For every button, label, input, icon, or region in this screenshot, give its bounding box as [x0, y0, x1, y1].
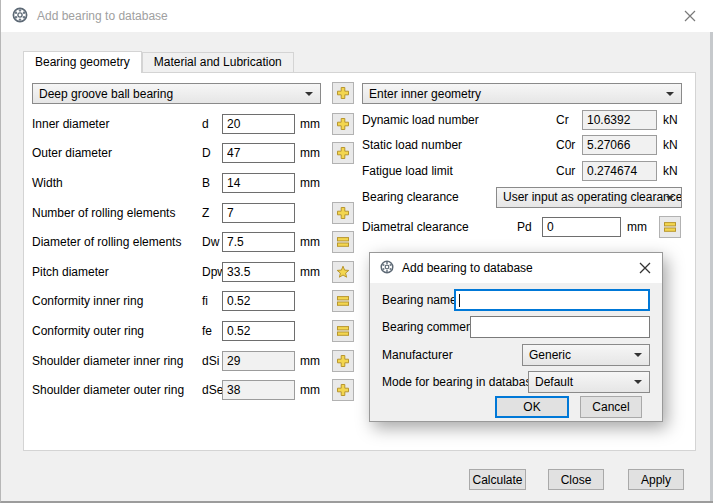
plus-icon [336, 206, 350, 220]
unit-label: mm [295, 117, 322, 131]
field-label: Conformity outer ring [32, 324, 202, 338]
input-D[interactable] [222, 143, 295, 163]
dialog-title: Add bearing to database [402, 261, 533, 275]
symbol-label: Cur [556, 164, 582, 178]
tab-bar: Bearing geometry Material and Lubricatio… [23, 51, 294, 72]
bearing-clearance-select[interactable]: User input as operating clearance [496, 187, 682, 208]
geometry-row: Shoulder diameter inner ringdSimm [32, 346, 354, 376]
field-label: Diameter of rolling elements [32, 235, 202, 249]
dropdown-icon [666, 196, 674, 200]
dialog-titlebar: Add bearing to database [370, 253, 662, 283]
db-mode-value: Default [535, 375, 573, 389]
geometry-mode-select[interactable]: Enter inner geometry [362, 83, 682, 104]
geometry-row: Conformity inner ringfi [32, 287, 354, 317]
symbol-label: B [202, 176, 222, 190]
plus-icon [336, 117, 350, 131]
symbol-label: Cr [556, 113, 582, 127]
symbol-label: D [202, 146, 222, 160]
equals-button-Dw[interactable] [332, 231, 354, 253]
plus-button-dSi[interactable] [332, 350, 354, 372]
bearing-clearance-row: Bearing clearance User input as operatin… [362, 184, 682, 210]
unit-label: mm [295, 265, 322, 279]
dropdown-icon [666, 92, 674, 96]
plus-button-D[interactable] [332, 142, 354, 164]
apply-button[interactable]: Apply [628, 469, 684, 490]
input-fe[interactable] [222, 321, 295, 341]
equals-icon [336, 235, 350, 249]
db-mode-label: Mode for bearing in database [382, 375, 538, 389]
equals-button-fi[interactable] [332, 290, 354, 312]
manufacturer-value: Generic [529, 348, 571, 362]
geometry-row: Conformity outer ringfe [32, 316, 354, 346]
star-button-Dpw[interactable] [332, 261, 354, 283]
load-output-rows: Dynamic load numberCrkNStatic load numbe… [362, 107, 682, 184]
empty-button-slot [332, 172, 354, 194]
plus-button-Z[interactable] [332, 202, 354, 224]
unit-label: mm [621, 220, 652, 234]
input-fi[interactable] [222, 291, 295, 311]
input-d[interactable] [222, 114, 295, 134]
tab-bearing-geometry[interactable]: Bearing geometry [23, 51, 142, 73]
field-label: Conformity inner ring [32, 294, 202, 308]
bearing-clearance-label: Bearing clearance [362, 190, 496, 204]
symbol-label: dSi [202, 354, 222, 368]
input-Dpw[interactable] [222, 262, 295, 282]
plus-icon [336, 354, 350, 368]
field-label: Fatigue load limit [362, 164, 556, 178]
symbol-label: Z [202, 206, 222, 220]
geometry-row: Outer diameterDmm [32, 139, 354, 169]
close-button[interactable]: Close [548, 469, 604, 490]
symbol-label: Dw [202, 235, 222, 249]
input-dSe [222, 380, 295, 400]
bearing-type-select[interactable]: Deep groove ball bearing [32, 83, 321, 104]
geometry-row: Shoulder diameter outer ringdSemm [32, 375, 354, 405]
unit-label: mm [295, 383, 322, 397]
field-label: Shoulder diameter outer ring [32, 383, 202, 397]
close-icon[interactable] [681, 7, 699, 25]
plus-button-dSe[interactable] [332, 379, 354, 401]
equals-icon [336, 294, 350, 308]
star-icon [336, 265, 350, 279]
equals-button-fe[interactable] [332, 320, 354, 342]
field-label: Width [32, 176, 202, 190]
app-icon [380, 260, 394, 277]
unit-label: mm [295, 146, 322, 160]
field-label: Pitch diameter [32, 265, 202, 279]
tab-material-and-lubrication[interactable]: Material and Lubrication [142, 52, 294, 72]
dropdown-icon [634, 353, 642, 357]
dropdown-icon [634, 380, 642, 384]
load-row: Fatigue load limitCurkN [362, 158, 682, 184]
plus-icon [336, 383, 350, 397]
output-C0r [582, 135, 657, 155]
symbol-label: d [202, 117, 222, 131]
diametral-clearance-row: Diametral clearance Pd mm [362, 213, 682, 241]
manufacturer-label: Manufacturer [382, 348, 453, 362]
equals-button-Pd[interactable] [659, 216, 681, 238]
plus-button-d[interactable] [332, 113, 354, 135]
input-B[interactable] [222, 173, 295, 193]
dialog-close-icon[interactable] [636, 259, 654, 277]
ok-button[interactable]: OK [495, 396, 569, 418]
input-Pd[interactable] [542, 217, 621, 237]
diametral-clearance-label: Diametral clearance [362, 220, 517, 234]
bearing-name-input[interactable] [454, 289, 650, 311]
manufacturer-select[interactable]: Generic [522, 344, 650, 366]
input-dSi [222, 351, 295, 371]
output-Cr [582, 110, 657, 130]
unit-label: kN [657, 164, 678, 178]
plus-button-bearing-type[interactable] [332, 82, 354, 104]
load-row: Dynamic load numberCrkN [362, 107, 682, 133]
calculate-button[interactable]: Calculate [469, 469, 526, 490]
input-Dw[interactable] [222, 232, 295, 252]
bearing-comment-label: Bearing comment [382, 320, 476, 334]
db-mode-select[interactable]: Default [528, 371, 650, 393]
symbol-label: Pd [517, 220, 542, 234]
plus-icon [336, 146, 350, 160]
cancel-button[interactable]: Cancel [580, 396, 642, 418]
unit-label: kN [657, 113, 678, 127]
unit-label: mm [295, 176, 322, 190]
output-Cur [582, 161, 657, 181]
bearing-comment-input[interactable] [470, 316, 650, 338]
input-Z[interactable] [222, 203, 295, 223]
unit-label: kN [657, 138, 678, 152]
